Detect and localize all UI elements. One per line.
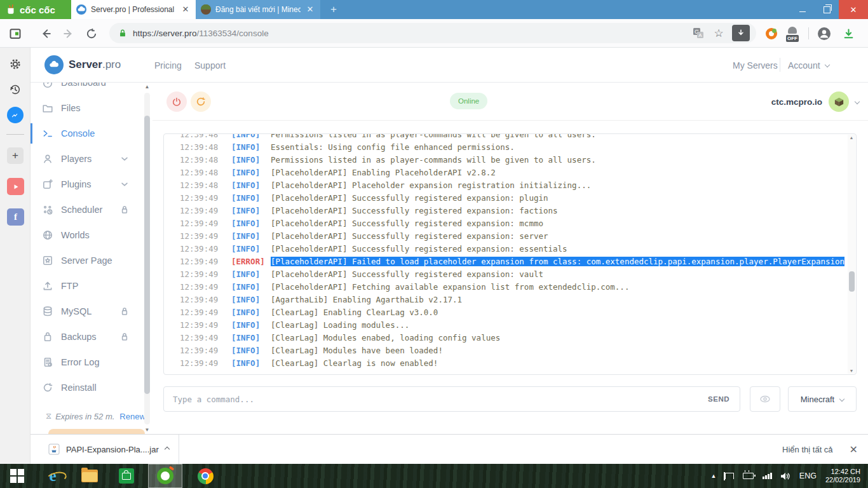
- restart-button[interactable]: [191, 92, 211, 112]
- nav-support-link[interactable]: Support: [194, 60, 226, 71]
- facebook-icon[interactable]: f: [7, 208, 24, 226]
- start-button[interactable]: [0, 464, 34, 488]
- close-download-bar-icon[interactable]: ✕: [850, 444, 858, 456]
- log-time: 12:39:49: [164, 308, 231, 317]
- taskbar-ie-icon[interactable]: e: [36, 464, 70, 488]
- window-minimize-button[interactable]: [790, 0, 815, 19]
- profile-icon[interactable]: [816, 25, 832, 42]
- sidebar-item-backups[interactable]: Backups: [31, 324, 153, 349]
- sidebar-item-plugins[interactable]: Plugins: [31, 172, 153, 197]
- taskbar-store-icon[interactable]: [109, 464, 144, 488]
- volume-icon[interactable]: [781, 472, 790, 480]
- chevron-up-icon[interactable]: [164, 447, 169, 452]
- power-button[interactable]: [166, 92, 187, 112]
- coccoc-brand[interactable]: cốc cốc: [0, 0, 71, 19]
- mysql-icon: [42, 306, 53, 317]
- battery-icon[interactable]: [743, 473, 754, 479]
- log-message: [ClearLag] Modules enabed, loading confi…: [271, 333, 500, 342]
- log-line: 12:39:49[ERROR][PlaceholderAPI] Failed t…: [164, 255, 856, 268]
- coccoc-download-icon[interactable]: [840, 25, 857, 42]
- scrollbar-thumb[interactable]: [849, 271, 855, 292]
- scroll-up-icon[interactable]: ▲: [848, 135, 855, 140]
- scrollbar-thumb[interactable]: [144, 116, 150, 394]
- tray-expand-icon[interactable]: ▲: [710, 473, 716, 479]
- window-restore-button[interactable]: [815, 0, 839, 19]
- folder-icon: [81, 470, 98, 482]
- console-visibility-button[interactable]: [750, 386, 780, 412]
- address-bar[interactable]: https://server.pro/11363534/console GA ☆: [109, 23, 756, 43]
- console-scrollbar[interactable]: ▲ ▼: [848, 135, 855, 374]
- strip-divider: [6, 134, 24, 135]
- show-all-downloads-link[interactable]: Hiển thị tất cả: [782, 445, 833, 454]
- new-tab-button[interactable]: +: [325, 3, 342, 17]
- adblock-off-icon[interactable]: OFF: [784, 25, 801, 42]
- sidebar-item-players[interactable]: Players: [31, 146, 153, 172]
- sidebar-item-label: Error Log: [61, 357, 99, 367]
- panel-toggle-icon[interactable]: [8, 26, 23, 41]
- taskbar-coccoc-icon[interactable]: [148, 464, 182, 488]
- add-shortcut-button[interactable]: +: [7, 147, 24, 164]
- bookmark-star-icon[interactable]: ☆: [710, 25, 727, 41]
- ftp-icon: [42, 280, 53, 292]
- scroll-down-icon[interactable]: ▼: [143, 427, 151, 433]
- nav-pricing-link[interactable]: Pricing: [154, 60, 182, 71]
- window-close-button[interactable]: ✕: [839, 0, 868, 19]
- sidebar-item-reinstall[interactable]: Reinstall: [31, 375, 153, 400]
- tab-close-icon[interactable]: ✕: [180, 4, 191, 15]
- log-level: [INFO]: [231, 282, 271, 292]
- history-icon[interactable]: [7, 81, 24, 98]
- log-level: [ERROR]: [231, 257, 271, 266]
- scroll-down-icon[interactable]: ▼: [848, 369, 855, 373]
- log-message: [PlaceholderAPI] Failed to load placehol…: [271, 257, 844, 266]
- sidebar-scrollbar[interactable]: ▲ ▼: [143, 83, 151, 434]
- language-indicator[interactable]: ENG: [799, 471, 817, 480]
- plugins-icon: [42, 179, 53, 190]
- sidebar-item-files[interactable]: Files: [31, 95, 153, 121]
- log-line: 12:39:48[INFO][PlaceholderAPI] Placehold…: [164, 179, 856, 191]
- action-center-icon[interactable]: [725, 473, 734, 479]
- command-input[interactable]: [164, 387, 740, 411]
- upgrade-banner-peek[interactable]: [48, 429, 145, 434]
- sidebar-item-scheduler[interactable]: Scheduler: [31, 197, 153, 222]
- sidebar-item-dashboard[interactable]: Dashboard: [31, 83, 153, 95]
- sidebar-item-error-log[interactable]: Error Log: [31, 349, 153, 375]
- tab-close-icon[interactable]: ✕: [305, 4, 315, 15]
- serverpro-logo-icon[interactable]: [44, 55, 64, 74]
- sidebar-item-mysql[interactable]: MySQL: [31, 299, 153, 324]
- messenger-icon[interactable]: [7, 107, 24, 123]
- tab-minecraft-forum[interactable]: Đăng bài viết mới | Minec ✕: [196, 0, 320, 19]
- sidebar-item-server-page[interactable]: Server Page: [31, 248, 153, 273]
- taskbar-explorer-icon[interactable]: [72, 464, 107, 488]
- send-button[interactable]: SEND: [708, 395, 729, 403]
- download-active-button[interactable]: [732, 25, 750, 41]
- log-level: [INFO]: [231, 320, 271, 330]
- network-signal-icon[interactable]: [763, 473, 772, 479]
- settings-gear-icon[interactable]: [7, 56, 24, 72]
- translate-icon[interactable]: GA: [690, 25, 707, 41]
- youtube-icon[interactable]: [7, 178, 24, 195]
- sidebar-item-worlds[interactable]: Worlds: [31, 222, 153, 248]
- scroll-up-icon[interactable]: ▲: [143, 84, 151, 90]
- log-line: 12:39:48[INFO]Essentials: Using config f…: [164, 140, 856, 153]
- sidebar-item-console[interactable]: Console: [31, 121, 153, 146]
- taskbar-chrome-icon[interactable]: [188, 464, 222, 488]
- log-time: 12:39:49: [164, 282, 231, 292]
- console-log[interactable]: 12:39:48[INFO]Permissions listed in as p…: [163, 133, 857, 375]
- extension-orange-icon[interactable]: [763, 25, 780, 42]
- version-dropdown[interactable]: Minecraft: [788, 386, 857, 412]
- log-time: 12:39:48: [164, 133, 231, 139]
- back-button[interactable]: [38, 26, 53, 41]
- tab-serverpro[interactable]: Server.pro | Professional G ✕: [71, 0, 196, 19]
- log-line: 12:39:49[INFO][PlaceholderAPI] Successfu…: [164, 217, 856, 229]
- taskbar-clock[interactable]: 12:42 CH 22/02/2019: [825, 468, 860, 484]
- my-servers-link[interactable]: My Servers: [733, 60, 778, 71]
- server-selector[interactable]: ctc.mcpro.io: [771, 90, 859, 113]
- download-item[interactable]: PAPI-Expansion-Pla....jar: [39, 435, 178, 464]
- account-menu[interactable]: Account: [788, 60, 820, 71]
- sidebar-item-ftp[interactable]: FTP: [31, 273, 153, 299]
- log-line: 12:39:49[INFO][PlaceholderAPI] Successfu…: [164, 268, 856, 280]
- serverpro-wordmark[interactable]: Server.pro: [69, 58, 121, 71]
- forward-button[interactable]: [61, 26, 76, 41]
- renew-link[interactable]: Renew: [119, 412, 145, 421]
- reload-button[interactable]: [84, 26, 99, 41]
